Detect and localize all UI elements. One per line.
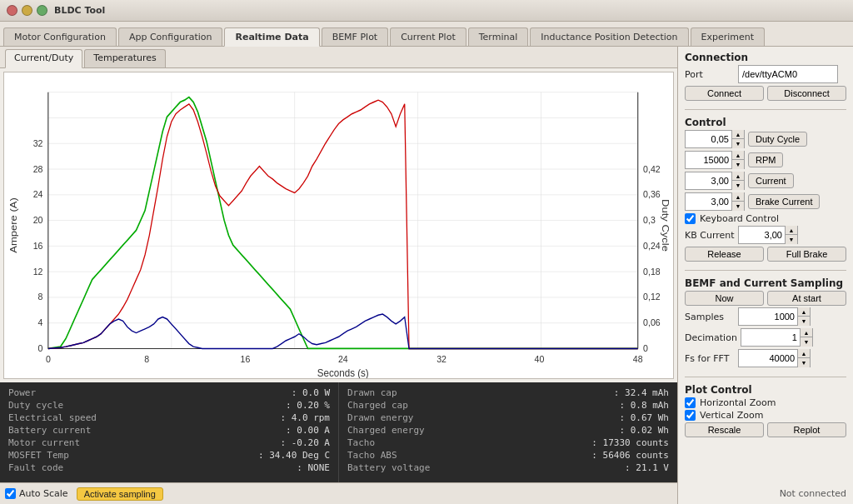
status-duty-cycle: Duty cycle : 0.20 % xyxy=(8,400,330,411)
svg-text:Seconds (s): Seconds (s) xyxy=(317,367,369,378)
tab-bemf-plot[interactable]: BEMF Plot xyxy=(322,27,389,46)
status-drawn-cap: Drawn cap : 32.4 mAh xyxy=(347,387,669,398)
replot-button[interactable]: Replot xyxy=(767,422,846,437)
brake-up[interactable]: ▲ xyxy=(732,192,744,202)
tab-experiment[interactable]: Experiment xyxy=(691,27,766,46)
vertical-zoom-checkbox[interactable] xyxy=(685,410,696,421)
rescale-button[interactable]: Rescale xyxy=(685,422,764,437)
current-up[interactable]: ▲ xyxy=(732,172,744,181)
duty-arrows: ▲ ▼ xyxy=(731,130,744,148)
minimize-button[interactable] xyxy=(22,5,32,16)
samples-arrows: ▲ ▼ xyxy=(797,307,810,326)
decimation-input[interactable] xyxy=(741,332,800,342)
svg-text:0,12: 0,12 xyxy=(643,292,661,302)
kb-current-label: KB Current xyxy=(685,230,735,241)
svg-text:0,06: 0,06 xyxy=(643,317,661,328)
rpm-spinbox: ▲ ▼ xyxy=(685,151,745,169)
keyboard-control-row: Keyboard Control xyxy=(685,213,846,224)
status-battery-current: Battery current : 0.00 A xyxy=(8,425,330,436)
release-button[interactable]: Release xyxy=(685,247,764,262)
control-section: Control ▲ ▼ Duty Cycle ▲ ▼ xyxy=(685,117,846,263)
window-controls[interactable] xyxy=(7,5,47,16)
horizontal-zoom-checkbox[interactable] xyxy=(685,397,696,408)
current-down[interactable]: ▼ xyxy=(732,181,744,190)
samples-up[interactable]: ▲ xyxy=(798,307,810,317)
svg-text:8: 8 xyxy=(144,354,149,365)
decimation-up[interactable]: ▲ xyxy=(801,328,812,337)
fs-arrows: ▲ ▼ xyxy=(797,349,810,367)
release-fullbrake-row: Release Full Brake xyxy=(685,247,846,262)
svg-text:24: 24 xyxy=(33,189,43,200)
tab-terminal[interactable]: Terminal xyxy=(468,27,529,46)
activate-sampling-button[interactable]: Activate sampling xyxy=(77,487,163,501)
auto-scale-label[interactable]: Auto Scale xyxy=(5,488,68,499)
tab-realtime-data[interactable]: Realtime Data xyxy=(224,27,319,47)
rpm-button[interactable]: RPM xyxy=(748,152,783,167)
sub-tab-temperatures[interactable]: Temperatures xyxy=(84,49,165,67)
svg-text:16: 16 xyxy=(241,354,251,365)
tab-app-configuration[interactable]: App Configuration xyxy=(118,27,223,46)
sub-tab-bar: Current/Duty Temperatures xyxy=(0,47,677,68)
decimation-arrows: ▲ ▼ xyxy=(800,328,812,347)
current-button[interactable]: Current xyxy=(748,173,794,188)
duty-down[interactable]: ▼ xyxy=(732,139,744,148)
current-input[interactable] xyxy=(686,176,731,186)
current-row: ▲ ▼ Current xyxy=(685,172,846,190)
samples-row: Samples ▲ ▼ xyxy=(685,307,846,326)
svg-text:32: 32 xyxy=(436,354,446,365)
rpm-down[interactable]: ▼ xyxy=(732,160,744,169)
brake-down[interactable]: ▼ xyxy=(732,202,744,211)
tab-inductance[interactable]: Inductance Position Detection xyxy=(530,27,688,46)
samples-input[interactable] xyxy=(739,312,797,322)
rpm-input[interactable] xyxy=(686,155,731,165)
auto-scale-checkbox[interactable] xyxy=(5,488,16,499)
svg-text:28: 28 xyxy=(33,163,43,174)
connection-title: Connection xyxy=(685,52,846,63)
keyboard-control-label: Keyboard Control xyxy=(700,213,779,224)
fs-input[interactable] xyxy=(739,353,797,363)
close-button[interactable] xyxy=(7,5,17,16)
full-brake-button[interactable]: Full Brake xyxy=(767,247,846,262)
kb-current-down[interactable]: ▼ xyxy=(786,235,797,244)
fs-up[interactable]: ▲ xyxy=(798,349,810,358)
status-col-left: Power : 0.0 W Duty cycle : 0.20 % Electr… xyxy=(0,382,339,482)
horizontal-zoom-label: Horizontal Zoom xyxy=(700,397,776,408)
tab-motor-configuration[interactable]: Motor Configuration xyxy=(3,27,117,46)
duty-cycle-button[interactable]: Duty Cycle xyxy=(748,132,807,147)
brake-input[interactable] xyxy=(686,197,731,207)
now-atstart-row: Now At start xyxy=(685,291,846,306)
svg-text:0,36: 0,36 xyxy=(643,189,661,200)
brake-current-row: ▲ ▼ Brake Current xyxy=(685,192,846,211)
svg-text:0,24: 0,24 xyxy=(643,240,661,251)
svg-text:48: 48 xyxy=(633,354,643,365)
samples-down[interactable]: ▼ xyxy=(798,317,810,326)
duty-cycle-row: ▲ ▼ Duty Cycle xyxy=(685,130,846,148)
disconnect-button[interactable]: Disconnect xyxy=(767,86,846,101)
current-arrows: ▲ ▼ xyxy=(731,172,744,190)
connect-button[interactable]: Connect xyxy=(685,86,764,101)
kb-current-up[interactable]: ▲ xyxy=(786,226,797,235)
maximize-button[interactable] xyxy=(37,5,47,16)
kb-current-input[interactable] xyxy=(739,230,785,240)
svg-text:0: 0 xyxy=(643,342,648,353)
port-input[interactable] xyxy=(738,65,838,83)
tab-current-plot[interactable]: Current Plot xyxy=(390,27,466,46)
fs-fft-row: Fs for FFT ▲ ▼ xyxy=(685,349,846,367)
decimation-down[interactable]: ▼ xyxy=(801,337,812,347)
now-button[interactable]: Now xyxy=(685,291,764,306)
bemf-section: BEMF and Current Sampling Now At start S… xyxy=(685,277,846,370)
brake-spinbox: ▲ ▼ xyxy=(685,192,745,211)
status-mosfet-temp: MOSFET Temp : 34.40 Deg C xyxy=(8,450,330,461)
duty-up[interactable]: ▲ xyxy=(732,130,744,139)
fs-down[interactable]: ▼ xyxy=(798,358,810,367)
svg-text:4: 4 xyxy=(38,317,43,328)
brake-current-button[interactable]: Brake Current xyxy=(748,194,820,209)
duty-input[interactable] xyxy=(686,134,731,144)
keyboard-control-checkbox[interactable] xyxy=(685,213,696,224)
svg-text:20: 20 xyxy=(33,215,43,226)
window-title: BLDC Tool xyxy=(54,5,105,16)
sub-tab-current-duty[interactable]: Current/Duty xyxy=(5,49,82,68)
rpm-up[interactable]: ▲ xyxy=(732,151,744,160)
at-start-button[interactable]: At start xyxy=(767,291,846,306)
svg-text:12: 12 xyxy=(33,266,43,277)
